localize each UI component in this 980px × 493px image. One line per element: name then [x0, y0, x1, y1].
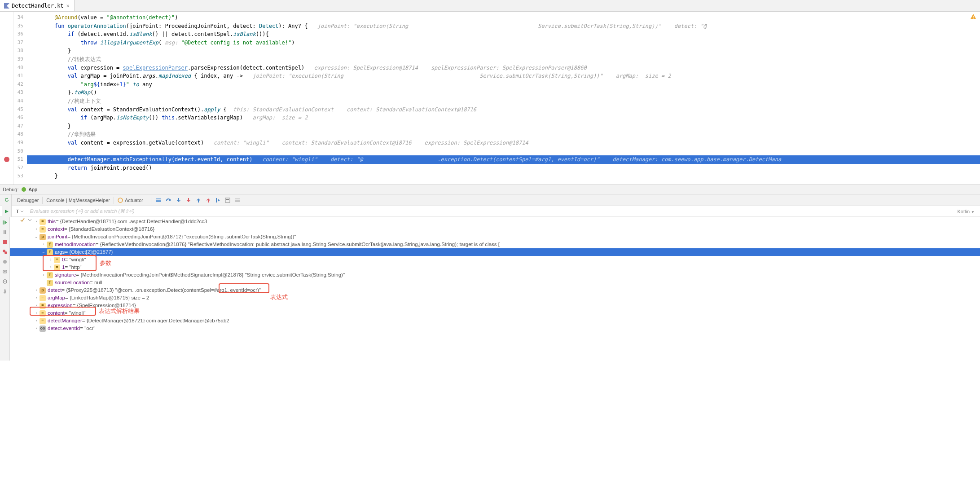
code-line[interactable]: //构建上下文	[27, 97, 980, 106]
chevron-down-icon[interactable]	[28, 217, 32, 223]
language-selector[interactable]: Kotlin ▼	[957, 209, 978, 214]
code-line[interactable]: throw illegalArgumentExp( msg: "@Detect …	[27, 39, 980, 47]
expand-arrow[interactable]: ›	[48, 264, 54, 271]
pin-tab-icon[interactable]	[1, 288, 9, 295]
variable-row[interactable]: ›=detectManager = {DetectManager@18721} …	[10, 317, 980, 325]
code-line[interactable]: return joinPoint.proceed()	[27, 164, 980, 172]
chevron-down-icon	[20, 210, 24, 213]
variable-value: = null	[90, 279, 102, 286]
code-line[interactable]: }	[27, 47, 980, 55]
variable-row[interactable]: ›oodetect.eventId = "ocr"	[10, 325, 980, 332]
variable-row[interactable]: ›=1 = "http"	[10, 264, 980, 271]
breakpoint-icon[interactable]	[4, 157, 9, 162]
run-to-cursor-icon[interactable]	[214, 197, 221, 204]
code-line[interactable]: val context = StandardEvaluationContext(…	[27, 106, 980, 114]
variable-row[interactable]: ›=context = {StandardEvaluationContext@1…	[10, 225, 980, 233]
variable-value: = {LinkedHashMap@18715} size = 2	[65, 294, 149, 302]
code-line[interactable]: }	[27, 172, 980, 180]
close-tab-icon[interactable]: ×	[66, 3, 70, 9]
mute-breakpoints-icon[interactable]	[1, 258, 9, 265]
step-into-icon[interactable]	[175, 197, 182, 204]
code-line[interactable]: }.toMap()	[27, 88, 980, 97]
variable-row[interactable]: ⌄fargs = {Object[2]@21877}	[10, 248, 980, 256]
expand-arrow[interactable]: ⌄	[40, 248, 47, 256]
trace-icon[interactable]	[234, 197, 241, 204]
evaluate-input[interactable]: Evaluate expression (⏎) or add a watch (…	[28, 208, 958, 214]
debug-tool-window-header[interactable]: Debug: App	[0, 185, 980, 194]
variable-row[interactable]: ›pdetect = {$Proxy225@18713} "@com. .on.…	[10, 286, 980, 294]
thread-selector[interactable]: T	[13, 208, 26, 215]
modify-run-config-icon[interactable]	[3, 208, 10, 215]
code-editor[interactable]: 3435363738394041424344454647484950515253…	[0, 12, 980, 185]
warning-icon[interactable]	[970, 13, 976, 20]
tab-debugger[interactable]: Debugger	[13, 197, 43, 204]
svg-point-19	[3, 260, 7, 264]
variable-row[interactable]: ›=0 = "wingli"	[10, 256, 980, 264]
code-line[interactable]: detectManager.matchExceptionally(detect.…	[27, 155, 980, 164]
expand-arrow[interactable]: ›	[33, 294, 40, 302]
variable-row[interactable]: fsourceLocation = null	[10, 279, 980, 286]
code-line[interactable]: val expression = spelExpressionParser.pa…	[27, 64, 980, 72]
drop-frame-icon[interactable]	[204, 197, 211, 204]
variable-name: detect.eventId	[48, 325, 80, 332]
expand-arrow[interactable]: ›	[48, 256, 54, 264]
tab-actuator[interactable]: Actuator	[114, 197, 147, 204]
settings-icon[interactable]	[1, 278, 9, 285]
variable-value: = {Object[2]@21877}	[65, 248, 113, 256]
expand-arrow[interactable]: ›	[40, 241, 47, 248]
variable-row[interactable]: ⌄pjoinPoint = {MethodInvocationProceedin…	[10, 233, 980, 241]
variable-row[interactable]: ›=this = {DetectHandler@18711} com .aspe…	[10, 218, 980, 225]
variables-tree[interactable]: 参数 表达式 表达式解析结果 ›=this = {DetectHandler@1…	[10, 217, 980, 361]
code-line[interactable]: }	[27, 122, 980, 131]
variable-name: expression	[48, 302, 73, 309]
code-line[interactable]	[27, 147, 980, 156]
variable-row[interactable]: ›=content = "wingli"	[10, 309, 980, 317]
code-line[interactable]: val argMap = joinPoint.args.mapIndexed {…	[27, 72, 980, 80]
svg-rect-9	[226, 199, 229, 200]
stop-icon[interactable]	[1, 238, 9, 246]
step-over-icon[interactable]	[165, 197, 172, 204]
rerun-icon[interactable]	[3, 196, 10, 203]
variable-badge: =	[54, 257, 60, 263]
expand-arrow[interactable]: ›	[33, 218, 40, 225]
expand-arrow[interactable]: ›	[33, 325, 40, 332]
variable-row[interactable]: ›fmethodInvocation = {ReflectiveMethodIn…	[10, 241, 980, 248]
expand-arrow[interactable]: ›	[33, 302, 40, 309]
expand-arrow[interactable]: ⌄	[33, 233, 40, 241]
code-line[interactable]: //转换表达式	[27, 55, 980, 64]
variable-name: sourceLocation	[55, 279, 90, 286]
force-step-into-icon[interactable]	[185, 197, 192, 204]
debug-config[interactable]: App	[21, 187, 37, 192]
code-line[interactable]: if (detect.eventId.isBlank() || detect.c…	[27, 30, 980, 39]
variable-badge: =	[40, 310, 46, 317]
breakpoint-gutter[interactable]	[0, 12, 13, 185]
code-line[interactable]: fun operatorAnnotation(joinPoint: Procee…	[27, 22, 980, 31]
code-line[interactable]: val content = expression.getValue(contex…	[27, 139, 980, 147]
evaluate-icon[interactable]	[224, 197, 231, 204]
variable-badge: f	[47, 242, 53, 248]
get-thread-dump-icon[interactable]	[1, 268, 9, 275]
variable-badge: =	[40, 219, 46, 225]
pause-icon[interactable]	[1, 229, 9, 236]
resume-icon[interactable]	[1, 219, 9, 226]
variable-value: = {MethodInvocationProceedingJoinPoint$M…	[76, 271, 345, 279]
expand-arrow[interactable]: ›	[33, 317, 40, 325]
file-tab[interactable]: DetectHandler.kt ×	[0, 0, 75, 11]
variable-row[interactable]: ›=expression = {SpelExpression@18714}	[10, 302, 980, 309]
code-line[interactable]: @Around(value = "@annotation(detect)")	[27, 13, 980, 22]
code-line[interactable]: if (argMap.isNotEmpty()) this.setVariabl…	[27, 114, 980, 122]
step-out-icon[interactable]	[194, 197, 202, 204]
svg-point-2	[22, 187, 26, 192]
code-line[interactable]: "arg${index+1}" to any	[27, 80, 980, 89]
variable-row[interactable]: ›fsignature = {MethodInvocationProceedin…	[10, 271, 980, 279]
expand-arrow[interactable]: ›	[40, 271, 47, 279]
threads-icon[interactable]	[155, 197, 162, 204]
tab-console[interactable]: Console | MqMessageHelper	[43, 197, 114, 204]
variable-value: = "ocr"	[80, 325, 95, 332]
expand-arrow[interactable]: ›	[33, 309, 40, 317]
view-breakpoints-icon[interactable]	[1, 248, 9, 255]
code-line[interactable]: //拿到结果	[27, 130, 980, 139]
expand-arrow[interactable]: ›	[33, 286, 40, 294]
expand-arrow[interactable]: ›	[33, 225, 40, 233]
variable-row[interactable]: ›=argMap = {LinkedHashMap@18715} size = …	[10, 294, 980, 302]
